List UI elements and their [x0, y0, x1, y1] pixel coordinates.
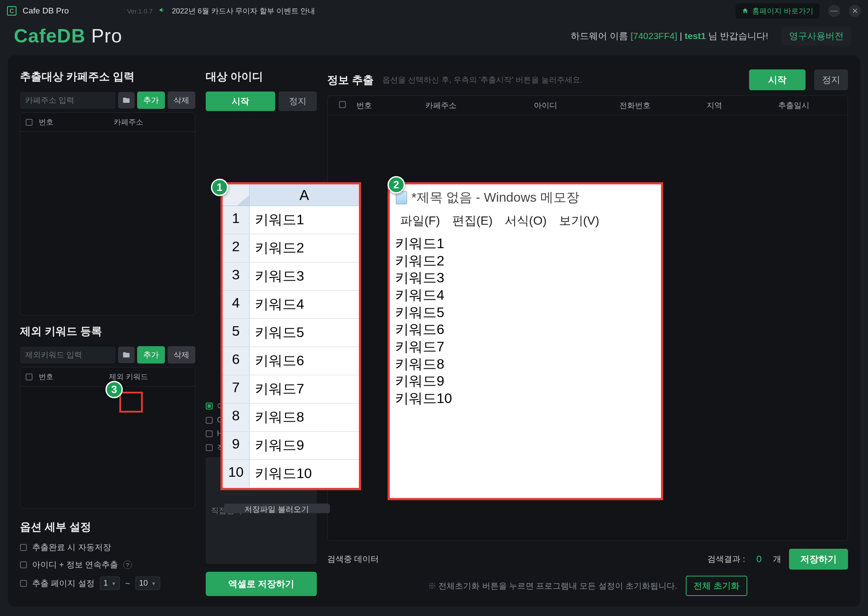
cafe-addr-folder-button[interactable] [118, 92, 135, 108]
titlebar: C Cafe DB Pro Ver.1.0.7 2022년 6월 카드사 무이자… [3, 3, 865, 18]
note-star-icon: ※ [428, 581, 438, 590]
continuous-label: 아이디 + 정보 연속추출 [32, 559, 118, 570]
continuous-checkbox[interactable] [20, 561, 27, 568]
load-saved-file-button[interactable]: 저장파일 불러오기 [224, 504, 330, 513]
page-to-value: 10 [139, 579, 148, 588]
gmail-checkbox[interactable] [206, 417, 213, 424]
id-stop-button[interactable]: 정지 [279, 92, 317, 111]
autosave-checkbox[interactable] [20, 544, 27, 551]
app-logo-icon: C [7, 6, 16, 16]
opt-page-range: 추출 페이지 설정 1▼ ~ 10▼ [20, 577, 195, 590]
homepage-label: 홈페이지 바로가기 [752, 6, 813, 16]
hw-user: test1 [684, 31, 706, 41]
opt-autosave[interactable]: 추출완료 시 자동저장 [20, 542, 195, 553]
brand-logo: CafeDB Pro [14, 25, 122, 47]
col-region: 지역 [683, 100, 746, 111]
save-button[interactable]: 저장하기 [789, 549, 848, 570]
export-excel-button[interactable]: 엑셀로 저장하기 [206, 572, 317, 596]
cafe-addr-input[interactable] [20, 92, 115, 109]
hw-sep: | [680, 31, 682, 41]
excel-row: 3키워드3 [223, 262, 359, 291]
annotation-callout-3: 3 [105, 381, 123, 398]
kw-col-num: 번호 [39, 372, 61, 382]
notepad-menu-item[interactable]: 파일(F) [400, 213, 440, 229]
close-button[interactable]: ✕ [849, 5, 861, 17]
hanmail-checkbox[interactable] [206, 430, 213, 437]
excel-row: 10키워드10 [223, 460, 359, 488]
exclude-kw-folder-button[interactable] [118, 347, 135, 363]
autosave-label: 추출완료 시 자동저장 [32, 542, 111, 553]
notepad-menu-item[interactable]: 편집(E) [452, 213, 493, 229]
excel-row: 5키워드5 [223, 319, 359, 347]
homepage-button[interactable]: 홈페이지 바로가기 [736, 3, 819, 19]
kw-list-body [20, 387, 195, 508]
notepad-line: 키워드8 [395, 356, 656, 373]
results-footer: 검색중 데이터 검색결과 : 0 개 저장하기 [327, 541, 848, 570]
cafe-addr-title: 추출대상 카페주소 입력 [20, 69, 195, 84]
idonly-checkbox[interactable] [206, 403, 213, 410]
notepad-line: 키워드4 [395, 287, 656, 304]
exclude-kw-add-button[interactable]: 추가 [137, 346, 165, 364]
direct-checkbox[interactable] [206, 444, 213, 451]
col-id: 아이디 [504, 100, 587, 111]
app-version: Ver.1.0.7 [127, 7, 153, 15]
excel-sample-overlay: A 1키워드12키워드23키워드34키워드45키워드56키워드67키워드78키워… [220, 182, 361, 490]
page-range-label: 추출 페이지 설정 [32, 578, 95, 589]
license-button[interactable]: 영구사용버전 [781, 26, 852, 46]
addr-col-num: 번호 [39, 117, 61, 127]
excel-row: 2키워드2 [223, 234, 359, 262]
excel-row: 8키워드8 [223, 403, 359, 432]
chevron-down-icon: ▼ [151, 581, 156, 586]
col-num: 번호 [351, 100, 377, 111]
chevron-down-icon: ▼ [112, 581, 116, 586]
excel-col-a: A [250, 184, 359, 206]
reset-note: 전체초기화 버튼을 누르면 프로그램내 모든 설정이 초기화됩니다. [438, 581, 677, 590]
page-from-select[interactable]: 1▼ [100, 577, 120, 590]
addr-list-body [20, 132, 195, 266]
main-panel: 추출대상 카페주소 입력 추가 삭제 번호 카페주소 제외 키워드 등록 [8, 56, 860, 606]
result-count-value: 0 [756, 554, 762, 565]
page-range-checkbox[interactable] [20, 580, 27, 587]
reset-all-button[interactable]: 전체 초기화 [686, 576, 747, 596]
excel-row: 1키워드1 [223, 206, 359, 234]
annotation-callout-1: 1 [211, 179, 228, 196]
col-date: 추출일시 [746, 100, 842, 111]
target-id-title: 대상 아이디 [206, 69, 317, 84]
kw-select-all-checkbox[interactable] [26, 374, 33, 380]
notepad-line: 키워드1 [395, 235, 656, 252]
opt-continuous[interactable]: 아이디 + 정보 연속추출? [20, 559, 195, 570]
page-from-value: 1 [104, 579, 108, 588]
extract-stop-button[interactable]: 정지 [814, 69, 848, 90]
annotation-callout-2: 2 [388, 176, 405, 193]
notepad-line: 키워드5 [395, 304, 656, 321]
addr-select-all-checkbox[interactable] [26, 119, 33, 126]
id-start-button[interactable]: 시작 [206, 92, 275, 111]
notepad-menu-item[interactable]: 서식(O) [505, 213, 546, 229]
home-icon [742, 7, 749, 14]
notepad-line: 키워드9 [395, 373, 656, 390]
extract-hint: 옵션을 선택하신 후, 우측의 '추출시작' 버튼을 눌러주세요. [382, 75, 582, 85]
excel-row: 7키워드7 [223, 375, 359, 403]
brand-main: CafeDB [14, 25, 85, 46]
search-status-label: 검색중 데이터 [327, 554, 379, 565]
exclude-kw-input[interactable] [20, 347, 115, 364]
page-range-sep: ~ [125, 579, 130, 588]
notepad-line: 키워드6 [395, 321, 656, 338]
cafe-addr-list: 번호 카페주소 [20, 112, 195, 315]
exclude-kw-delete-button[interactable]: 삭제 [168, 346, 195, 364]
speaker-icon [159, 7, 166, 16]
addr-col-url: 카페주소 [67, 117, 190, 127]
cafe-addr-add-button[interactable]: 추가 [137, 92, 165, 109]
minimize-button[interactable]: — [828, 5, 840, 17]
page-to-select[interactable]: 10▼ [135, 577, 160, 590]
notepad-menu-item[interactable]: 보기(V) [559, 213, 599, 229]
extract-start-button[interactable]: 시작 [749, 69, 806, 90]
notepad-title: *제목 없음 - Windows 메모장 [411, 189, 579, 206]
excel-row: 9키워드9 [223, 432, 359, 460]
col-url: 카페주소 [377, 100, 504, 111]
notepad-sample-overlay: *제목 없음 - Windows 메모장 파일(F)편집(E)서식(O)보기(V… [388, 182, 663, 500]
cafe-addr-delete-button[interactable]: 삭제 [168, 92, 195, 109]
help-icon[interactable]: ? [123, 560, 132, 569]
excel-row: 6키워드6 [223, 347, 359, 375]
results-select-all-checkbox[interactable] [339, 101, 346, 108]
